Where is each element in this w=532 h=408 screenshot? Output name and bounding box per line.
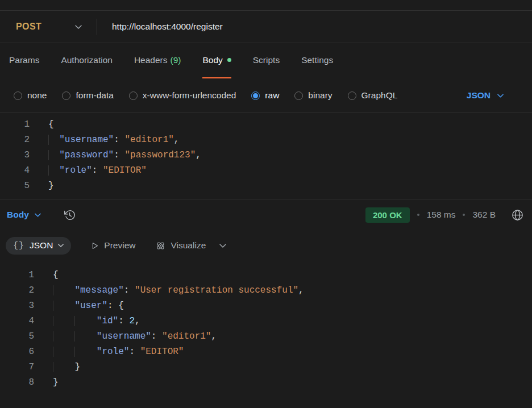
radio-circle-icon[interactable] xyxy=(251,91,260,100)
tab-scripts[interactable]: Scripts xyxy=(253,43,280,78)
code-line: 7 } xyxy=(0,360,532,375)
braces-icon: {} xyxy=(13,241,24,251)
line-number: 1 xyxy=(0,117,30,132)
code-line: 4 "role": "EDITOR" xyxy=(0,163,532,178)
tab-headers[interactable]: Headers (9) xyxy=(134,43,181,78)
chevron-down-icon xyxy=(35,213,41,217)
response-format-select[interactable]: {} JSON xyxy=(6,237,71,255)
line-number: 8 xyxy=(0,375,34,390)
globe-icon[interactable] xyxy=(511,209,524,222)
code-line: 1{ xyxy=(0,268,532,283)
status-badge[interactable]: 200 OK xyxy=(365,207,410,223)
radio-form-data[interactable]: form-data xyxy=(62,90,113,101)
request-tabs: Params Authorization Headers (9) Body Sc… xyxy=(0,43,532,78)
line-number: 4 xyxy=(0,314,34,329)
line-number: 2 xyxy=(0,132,30,148)
response-more-chevron[interactable] xyxy=(219,244,226,248)
response-tabs: {} JSON Preview Visualize xyxy=(0,230,532,261)
response-body-viewer: 1{2 "message": "User registration succes… xyxy=(0,261,532,390)
code-line: 8} xyxy=(0,375,532,390)
code-line: 6 "role": "EDITOR" xyxy=(0,344,532,360)
code-line: 3 "password": "password123", xyxy=(0,148,532,163)
radio-graphql[interactable]: GraphQL xyxy=(348,90,398,101)
code-line: 4 "id": 2, xyxy=(0,314,532,329)
line-number: 4 xyxy=(0,163,30,178)
line-number: 3 xyxy=(0,298,34,314)
line-number: 6 xyxy=(0,344,34,360)
url-input[interactable]: http://localhost:4000/register xyxy=(97,22,532,32)
headers-count-badge: (9) xyxy=(170,55,181,65)
code-line: 1{ xyxy=(0,117,532,132)
tab-authorization[interactable]: Authorization xyxy=(61,43,112,78)
chevron-down-icon xyxy=(497,94,504,98)
method-label: POST xyxy=(16,22,41,32)
chevron-down-icon xyxy=(58,244,64,247)
code-line: 5} xyxy=(0,178,532,194)
body-type-radiogroup: none form-data x-www-form-urlencoded raw… xyxy=(0,78,532,113)
response-size[interactable]: 362 B xyxy=(472,210,496,220)
method-select[interactable]: POST xyxy=(0,11,97,43)
visualize-icon xyxy=(155,240,166,251)
body-modified-dot xyxy=(227,58,231,62)
code-line: 2 "message": "User registration successf… xyxy=(0,283,532,298)
language-select[interactable]: JSON xyxy=(467,90,518,101)
response-body-select[interactable]: Body xyxy=(7,210,41,220)
tab-settings[interactable]: Settings xyxy=(301,43,333,78)
code-line: 3 "user": { xyxy=(0,298,532,314)
dot-separator xyxy=(463,214,465,216)
line-number: 7 xyxy=(0,360,34,375)
visualize-button[interactable]: Visualize xyxy=(155,240,206,251)
request-url-bar: POST http://localhost:4000/register xyxy=(0,10,532,43)
response-meta: 200 OK 158 ms 362 B xyxy=(365,207,524,223)
radio-raw[interactable]: raw xyxy=(251,90,279,101)
radio-binary[interactable]: binary xyxy=(294,90,332,101)
radio-circle-icon[interactable] xyxy=(62,91,70,100)
line-number: 5 xyxy=(0,329,34,344)
line-number: 2 xyxy=(0,283,34,298)
code-line: 2 "username": "editor1", xyxy=(0,132,532,148)
radio-x-www-form-urlencoded[interactable]: x-www-form-urlencoded xyxy=(129,90,236,101)
history-icon[interactable] xyxy=(64,209,76,221)
play-icon xyxy=(90,242,99,250)
radio-circle-icon[interactable] xyxy=(129,91,138,100)
radio-circle-icon[interactable] xyxy=(294,91,303,100)
tab-params[interactable]: Params xyxy=(9,43,39,78)
dot-separator xyxy=(417,214,419,216)
response-time[interactable]: 158 ms xyxy=(427,210,456,220)
request-body-editor[interactable]: 1{2 "username": "editor1",3 "password": … xyxy=(0,113,532,199)
line-number: 3 xyxy=(0,148,30,163)
line-number: 1 xyxy=(0,268,34,283)
chevron-down-icon xyxy=(75,25,82,29)
radio-circle-icon[interactable] xyxy=(348,91,356,100)
code-line: 5 "username": "editor1", xyxy=(0,329,532,344)
response-header: Body 200 OK 158 ms 362 B xyxy=(0,199,532,230)
line-number: 5 xyxy=(0,178,30,194)
radio-circle-icon[interactable] xyxy=(14,91,22,100)
radio-none[interactable]: none xyxy=(14,90,47,101)
preview-button[interactable]: Preview xyxy=(90,240,135,251)
tab-body[interactable]: Body xyxy=(202,43,231,78)
